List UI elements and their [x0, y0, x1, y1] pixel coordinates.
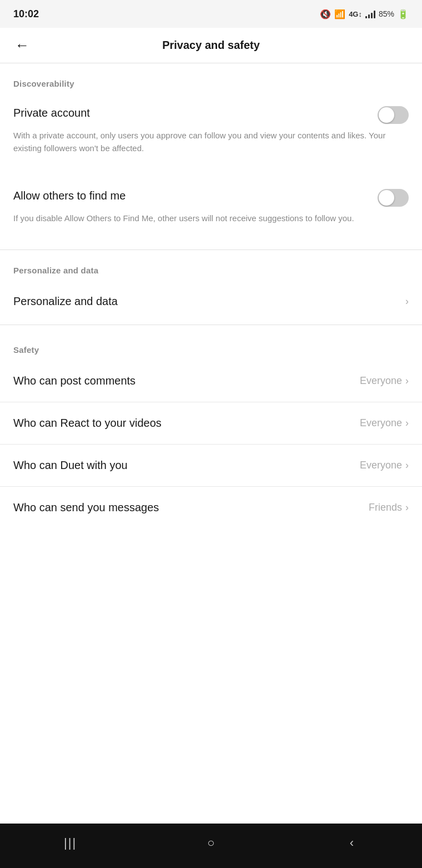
row-divider-3 — [0, 486, 422, 487]
comments-value-group: Everyone › — [360, 375, 409, 387]
personalize-section: Personalize and data Personalize and dat… — [0, 250, 422, 325]
private-account-desc: With a private account, only users you a… — [13, 131, 385, 153]
safety-row-comments[interactable]: Who can post comments Everyone › — [0, 362, 422, 400]
personalize-data-row[interactable]: Personalize and data › — [0, 283, 422, 320]
safety-item-comments-title: Who can post comments — [13, 375, 135, 387]
private-account-row: Private account With a private account, … — [0, 96, 422, 166]
messages-value: Friends — [369, 502, 402, 513]
safety-item-duet-title: Who can Duet with you — [13, 459, 128, 472]
bottom-nav: ||| ○ ‹ — [0, 824, 422, 868]
toggle-knob — [379, 107, 394, 123]
mute-icon: 🔇 — [320, 9, 331, 19]
nav-recents-icon[interactable]: ||| — [57, 829, 84, 857]
personalize-label: Personalize and data — [0, 250, 422, 283]
header: ← Privacy and safety — [0, 28, 422, 63]
safety-section: Safety Who can post comments Everyone › … — [0, 330, 422, 526]
comments-value: Everyone — [360, 375, 402, 387]
private-account-toggle[interactable] — [378, 106, 409, 124]
duet-value: Everyone — [360, 460, 402, 471]
signal-icon — [365, 9, 375, 18]
messages-chevron-icon: › — [405, 502, 409, 513]
row-divider-2 — [0, 444, 422, 445]
safety-row-duet[interactable]: Who can Duet with you Everyone › — [0, 447, 422, 484]
react-value-group: Everyone › — [360, 417, 409, 429]
safety-item-messages-title: Who can send you messages — [13, 501, 159, 514]
safety-label: Safety — [0, 330, 422, 362]
react-chevron-icon: › — [405, 417, 409, 429]
personalize-chevron-icon: › — [405, 296, 409, 307]
row-divider-1 — [0, 402, 422, 402]
safety-item-react-title: Who can React to your videos — [13, 417, 162, 430]
react-value: Everyone — [360, 417, 402, 429]
messages-value-group: Friends › — [369, 502, 409, 513]
content-area: Discoverability Private account With a p… — [0, 63, 422, 824]
page-title: Privacy and safety — [162, 39, 260, 52]
allow-others-row: Allow others to find me If you disable A… — [0, 179, 422, 236]
allow-others-toggle[interactable] — [378, 189, 409, 207]
safety-row-messages[interactable]: Who can send you messages Friends › — [0, 489, 422, 526]
toggle-knob-2 — [379, 190, 394, 206]
discoverability-label: Discoverability — [0, 63, 422, 96]
battery-icon: 🔋 — [398, 9, 409, 19]
back-button[interactable]: ← — [11, 34, 33, 57]
personalize-data-title: Personalize and data — [13, 295, 118, 308]
home-icon: ○ — [207, 836, 214, 850]
nav-home-icon[interactable]: ○ — [197, 829, 225, 857]
status-icons: 🔇 📶 4G↕ 85% 🔋 — [320, 9, 409, 19]
private-account-title: Private account — [13, 107, 90, 119]
discoverability-section: Discoverability Private account With a p… — [0, 63, 422, 236]
allow-others-title: Allow others to find me — [13, 189, 125, 202]
battery-text: 85% — [379, 9, 394, 18]
status-bar: 10:02 🔇 📶 4G↕ 85% 🔋 — [0, 0, 422, 28]
back-nav-icon: ‹ — [350, 836, 354, 850]
safety-row-react[interactable]: Who can React to your videos Everyone › — [0, 405, 422, 442]
nav-back-icon[interactable]: ‹ — [338, 829, 365, 857]
recents-icon: ||| — [64, 836, 77, 850]
duet-chevron-icon: › — [405, 460, 409, 471]
wifi-icon: 📶 — [334, 9, 345, 19]
allow-others-desc: If you disable Allow Others to Find Me, … — [13, 213, 354, 223]
comments-chevron-icon: › — [405, 375, 409, 387]
4g-icon: 4G↕ — [349, 10, 362, 18]
duet-value-group: Everyone › — [360, 460, 409, 471]
section-divider-2 — [0, 325, 422, 325]
status-time: 10:02 — [13, 8, 39, 20]
back-arrow-icon: ← — [15, 37, 29, 54]
